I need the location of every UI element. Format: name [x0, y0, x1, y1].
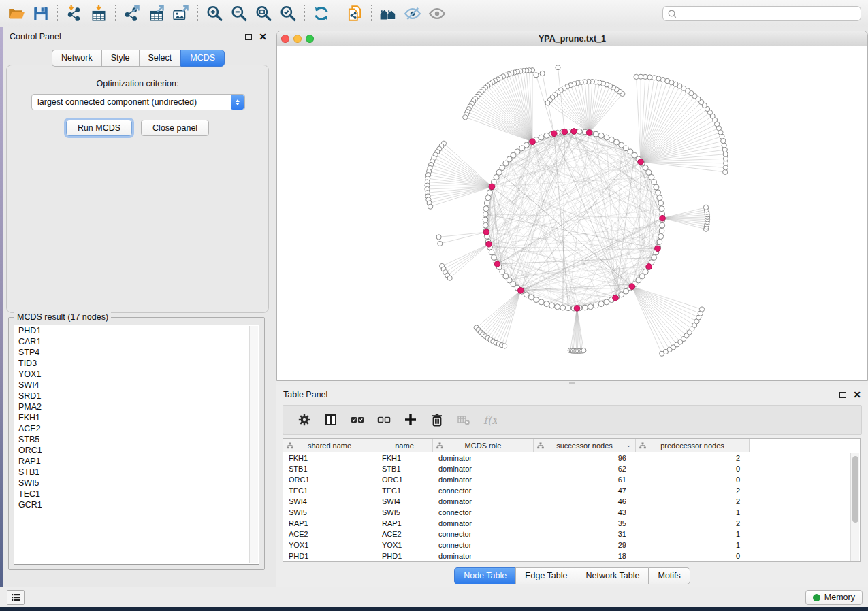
cell-shared_name[interactable]: YOX1: [283, 540, 376, 550]
cell-name[interactable]: STB1: [376, 463, 433, 474]
export-image-button[interactable]: [169, 3, 193, 24]
cell-successor_nodes[interactable]: 46: [534, 496, 636, 507]
cell-name[interactable]: SWI5: [376, 507, 433, 518]
column-header-shared-name[interactable]: shared name: [283, 439, 376, 452]
cell-predecessor_nodes[interactable]: 2: [636, 485, 750, 496]
tab-edge-table[interactable]: Edge Table: [515, 567, 576, 584]
mcds-result-item[interactable]: FKH1: [14, 412, 259, 423]
table-scrollbar[interactable]: [850, 453, 859, 561]
cell-predecessor_nodes[interactable]: 0: [636, 463, 750, 474]
cell-mcds_role[interactable]: dominator: [433, 518, 534, 529]
duplicate-network-button[interactable]: [342, 3, 367, 24]
tab-motifs[interactable]: Motifs: [648, 567, 690, 584]
close-panel-icon[interactable]: ✕: [259, 33, 267, 40]
mcds-result-item[interactable]: GCR1: [14, 499, 259, 510]
cell-successor_nodes[interactable]: 29: [534, 540, 636, 550]
cell-name[interactable]: PHD1: [376, 550, 433, 561]
select-all-button[interactable]: [349, 411, 366, 429]
cell-successor_nodes[interactable]: 43: [534, 507, 636, 518]
cell-predecessor_nodes[interactable]: 0: [636, 474, 750, 485]
cell-predecessor_nodes[interactable]: 0: [636, 550, 750, 561]
zoom-fit-button[interactable]: [251, 3, 276, 24]
cell-successor_nodes[interactable]: 35: [534, 518, 636, 529]
tab-node-table[interactable]: Node Table: [454, 567, 515, 584]
cell-shared_name[interactable]: SWI5: [283, 507, 376, 518]
hide-selected-button[interactable]: [400, 3, 425, 24]
table-row[interactable]: FKH1FKH1dominator962: [283, 452, 860, 463]
run-mcds-button[interactable]: Run MCDS: [66, 120, 132, 136]
mcds-result-item[interactable]: SWI5: [14, 478, 259, 489]
cell-successor_nodes[interactable]: 61: [534, 474, 636, 485]
column-header-predecessor-nodes[interactable]: predecessor nodes: [636, 439, 750, 452]
table-row[interactable]: ACE2ACE2connector311: [283, 529, 860, 540]
cell-mcds_role[interactable]: dominator: [433, 496, 534, 507]
cell-mcds_role[interactable]: dominator: [433, 452, 534, 463]
cell-shared_name[interactable]: RAP1: [283, 518, 376, 529]
export-table-button[interactable]: [144, 3, 169, 24]
mcds-list-scrollbar[interactable]: [249, 326, 258, 563]
cell-predecessor_nodes[interactable]: 2: [636, 518, 750, 529]
cell-shared_name[interactable]: ORC1: [283, 474, 376, 485]
optimization-criterion-select[interactable]: largest connected component (undirected): [31, 94, 245, 110]
float-panel-icon[interactable]: [839, 392, 846, 398]
show-all-button[interactable]: [425, 3, 449, 24]
table-row[interactable]: TEC1TEC1connector472: [283, 485, 860, 496]
tab-network[interactable]: Network: [52, 50, 101, 67]
mcds-result-item[interactable]: SRD1: [14, 391, 259, 401]
zoom-in-button[interactable]: [202, 3, 227, 24]
cell-shared_name[interactable]: TEC1: [283, 485, 376, 496]
cell-successor_nodes[interactable]: 47: [534, 485, 636, 496]
tab-network-table[interactable]: Network Table: [577, 567, 649, 584]
cell-shared_name[interactable]: FKH1: [283, 452, 376, 463]
cell-shared_name[interactable]: SWI4: [283, 496, 376, 507]
mcds-result-item[interactable]: RAP1: [14, 456, 259, 467]
cell-name[interactable]: TEC1: [376, 485, 433, 496]
mcds-result-item[interactable]: SWI4: [14, 380, 259, 391]
cell-predecessor_nodes[interactable]: 1: [636, 529, 750, 540]
scrollbar-thumb[interactable]: [852, 456, 858, 523]
mcds-result-item[interactable]: PMA2: [14, 401, 259, 412]
column-header-name[interactable]: name: [376, 439, 433, 452]
cell-mcds_role[interactable]: connector: [433, 529, 534, 540]
table-row[interactable]: PHD1PHD1dominator180: [283, 550, 860, 561]
cell-name[interactable]: ACE2: [376, 529, 433, 540]
mcds-result-item[interactable]: TEC1: [14, 489, 259, 499]
cell-shared_name[interactable]: STB1: [283, 463, 376, 474]
table-row[interactable]: SWI5SWI5connector431: [283, 507, 860, 518]
mcds-result-item[interactable]: STP4: [14, 347, 259, 358]
column-header-MCDS-role[interactable]: MCDS role: [433, 439, 534, 452]
table-row[interactable]: YOX1YOX1connector291: [283, 540, 860, 550]
tab-mcds[interactable]: MCDS: [180, 50, 225, 67]
mcds-result-item[interactable]: PHD1: [14, 325, 259, 336]
gear-button[interactable]: [295, 411, 313, 429]
cell-successor_nodes[interactable]: 18: [534, 550, 636, 561]
tab-style[interactable]: Style: [101, 50, 139, 67]
cell-mcds_role[interactable]: connector: [433, 507, 534, 518]
import-table-button[interactable]: [86, 3, 111, 24]
cell-shared_name[interactable]: PHD1: [283, 550, 376, 561]
show-columns-button[interactable]: [322, 411, 340, 429]
cell-successor_nodes[interactable]: 31: [534, 529, 636, 540]
cell-name[interactable]: YOX1: [376, 540, 433, 550]
open-file-button[interactable]: [4, 3, 29, 24]
float-panel-icon[interactable]: [245, 34, 252, 40]
table-row[interactable]: RAP1RAP1dominator352: [283, 518, 860, 529]
zoom-out-button[interactable]: [227, 3, 251, 24]
cell-predecessor_nodes[interactable]: 2: [636, 496, 750, 507]
table-row[interactable]: SWI4SWI4dominator462: [283, 496, 860, 507]
delete-columns-button[interactable]: [428, 411, 446, 429]
refresh-button[interactable]: [309, 3, 334, 24]
first-neighbors-button[interactable]: [376, 3, 400, 24]
mcds-result-item[interactable]: CAR1: [14, 336, 259, 347]
cell-predecessor_nodes[interactable]: 1: [636, 507, 750, 518]
cell-mcds_role[interactable]: dominator: [433, 550, 534, 561]
table-row[interactable]: STB1STB1dominator620: [283, 463, 860, 474]
mcds-result-item[interactable]: STB1: [14, 467, 259, 478]
mcds-result-item[interactable]: STB5: [14, 434, 259, 445]
cell-predecessor_nodes[interactable]: 1: [636, 540, 750, 550]
memory-button[interactable]: Memory: [805, 590, 863, 605]
network-canvas[interactable]: [277, 46, 867, 380]
table-row[interactable]: ORC1ORC1dominator610: [283, 474, 860, 485]
cell-mcds_role[interactable]: dominator: [433, 474, 534, 485]
search-box[interactable]: [662, 6, 861, 21]
